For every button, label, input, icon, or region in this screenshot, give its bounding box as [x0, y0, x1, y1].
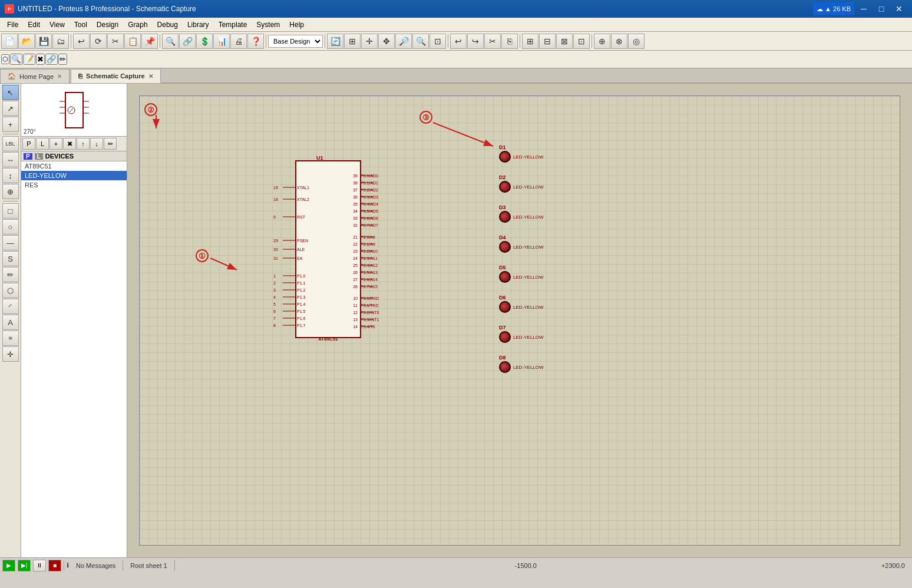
comp-tb-down[interactable]: ↓ — [90, 138, 103, 150]
led-d4[interactable]: D4 LED-YELLOW — [499, 234, 544, 253]
schematic-tab-close[interactable]: ✕ — [148, 73, 153, 80]
led-d2[interactable]: D2 LED-YELLOW — [499, 174, 544, 193]
pause-button[interactable]: ⏸ — [33, 560, 46, 572]
pencil-tool[interactable]: ✏ — [2, 267, 19, 282]
new-button[interactable]: 📄 — [1, 34, 18, 49]
stop-button[interactable]: ■ — [48, 560, 61, 572]
led-d5[interactable]: D5 LED-YELLOW — [499, 265, 544, 283]
play-step-button[interactable]: ▶| — [18, 560, 31, 572]
tab-homepage[interactable]: 🏠 Home Page ✕ — [0, 69, 70, 83]
schematic-canvas[interactable]: ② ① ③ — [139, 95, 900, 546]
bom-button[interactable]: 💲 — [196, 34, 213, 49]
special-tool[interactable]: S — [2, 251, 19, 266]
comp-item-led-yellow[interactable]: LED-YELLOW — [21, 171, 127, 180]
comp-tb-edit[interactable]: ✏ — [104, 138, 117, 150]
undo2-button[interactable]: ↩ — [450, 34, 467, 49]
minimize-button[interactable]: ─ — [855, 2, 872, 15]
menu-file[interactable]: File — [2, 19, 23, 30]
tb2-5[interactable]: 🔗 — [45, 54, 58, 65]
comp-tb-1[interactable]: P — [22, 138, 35, 150]
maximize-button[interactable]: □ — [873, 2, 890, 15]
label-tool[interactable]: LBL — [2, 136, 19, 151]
menu-design[interactable]: Design — [92, 19, 123, 30]
arc-tool[interactable]: ◜ — [2, 299, 19, 314]
junction-tool[interactable]: + — [2, 117, 19, 132]
play-button[interactable]: ▶ — [2, 560, 15, 572]
bom2-button[interactable]: 📊 — [213, 34, 230, 49]
menu-help[interactable]: Help — [285, 19, 309, 30]
help-button[interactable]: ❓ — [247, 34, 264, 49]
tb2-4[interactable]: ✖ — [36, 54, 45, 65]
comp-tb-2[interactable]: L — [36, 138, 49, 150]
text-tool[interactable]: A — [2, 315, 19, 330]
led-d6[interactable]: D6 LED-YELLOW — [499, 295, 544, 313]
led-d1[interactable]: D1 LED-YELLOW — [499, 144, 544, 163]
save-button[interactable]: 💾 — [35, 34, 52, 49]
menu-template[interactable]: Template — [214, 19, 252, 30]
snap-button[interactable]: ⊞ — [522, 34, 538, 49]
led-d8[interactable]: D8 LED-YELLOW — [499, 355, 544, 373]
zoom3-button[interactable]: ⊕ — [594, 34, 610, 49]
tb2-6[interactable]: ✏ — [58, 54, 67, 65]
refresh-button[interactable]: 🔄 — [327, 34, 343, 49]
paste-button[interactable]: 📌 — [141, 34, 158, 49]
poly-tool[interactable]: ⬡ — [2, 283, 19, 298]
select-tool[interactable]: ↖ — [2, 85, 19, 100]
snap4-button[interactable]: ⊡ — [573, 34, 590, 49]
menu-debug[interactable]: Debug — [153, 19, 183, 30]
zoom5-button[interactable]: ◎ — [628, 34, 645, 49]
line-tool[interactable]: — — [2, 235, 19, 250]
wire-tool[interactable]: ↔ — [2, 152, 19, 167]
pin-tool[interactable]: ⊕ — [2, 184, 19, 199]
tb2-2[interactable]: 🔍 — [10, 54, 22, 65]
copy-button[interactable]: 📋 — [124, 34, 141, 49]
pan-button[interactable]: ✥ — [378, 34, 395, 49]
copy2-button[interactable]: ⎘ — [501, 34, 518, 49]
led-d3[interactable]: D3 LED-YELLOW — [499, 204, 544, 223]
menu-library[interactable]: Library — [183, 19, 214, 30]
comp-item-res[interactable]: RES — [21, 180, 127, 190]
undo-button[interactable]: ↩ — [73, 34, 90, 49]
tb2-1[interactable]: ⬡ — [1, 54, 9, 64]
zoom4-button[interactable]: ⊗ — [611, 34, 627, 49]
comp-tb-up[interactable]: ↑ — [77, 138, 90, 150]
netlist-button[interactable]: 🔗 — [179, 34, 196, 49]
redo-button[interactable]: ⟳ — [90, 34, 107, 49]
redo2-button[interactable]: ↪ — [467, 34, 484, 49]
schematic-area[interactable]: ② ① ③ — [127, 84, 912, 557]
symbol-tool[interactable]: ≋ — [2, 331, 19, 346]
comp-tb-add[interactable]: + — [49, 138, 62, 150]
tb2-3[interactable]: 📝 — [23, 54, 35, 65]
snap2-button[interactable]: ⊟ — [539, 34, 556, 49]
rect-tool[interactable]: □ — [2, 203, 19, 219]
home-tab-close[interactable]: ✕ — [57, 73, 62, 80]
cross-tool[interactable]: ✛ — [2, 346, 19, 362]
tab-schematic[interactable]: ⎘ Schematic Capture ✕ — [71, 69, 161, 83]
cut-button[interactable]: ✂ — [107, 34, 124, 49]
snap3-button[interactable]: ⊠ — [556, 34, 573, 49]
menu-tool[interactable]: Tool — [70, 19, 92, 30]
menu-edit[interactable]: Edit — [23, 19, 45, 30]
bus-tool[interactable]: ↕ — [2, 168, 19, 183]
design-select[interactable]: Base Design — [268, 35, 323, 48]
menu-graph[interactable]: Graph — [123, 19, 152, 30]
zoom-fit-button[interactable]: ⊡ — [429, 34, 446, 49]
cloud-button[interactable]: ☁ ▲ 26 KB — [813, 2, 854, 15]
zoom-out-button[interactable]: 🔍 — [412, 34, 429, 49]
save-all-button[interactable]: 🗂 — [52, 34, 69, 49]
find-button[interactable]: 🔍 — [162, 34, 179, 49]
menu-system[interactable]: System — [252, 19, 285, 30]
menu-view[interactable]: View — [45, 19, 70, 30]
led-d7[interactable]: D7 LED-YELLOW — [499, 325, 544, 343]
open-button[interactable]: 📂 — [18, 34, 35, 49]
close-button[interactable]: ✕ — [891, 2, 907, 15]
zoom-in-button[interactable]: 🔎 — [395, 34, 412, 49]
ic-at89c51[interactable]: U1 19 XTAL1 18 XTAL2 9 RST 29 PSEN 30 — [272, 155, 384, 343]
comp-tb-del[interactable]: ✖ — [63, 138, 76, 150]
cut2-button[interactable]: ✂ — [484, 34, 501, 49]
grid-button[interactable]: ⊞ — [344, 34, 361, 49]
comp-item-at89c51[interactable]: AT89C51 — [21, 161, 127, 171]
component-tool[interactable]: ↗ — [2, 101, 19, 116]
circle-tool[interactable]: ○ — [2, 219, 19, 234]
print-button[interactable]: 🖨 — [230, 34, 247, 49]
